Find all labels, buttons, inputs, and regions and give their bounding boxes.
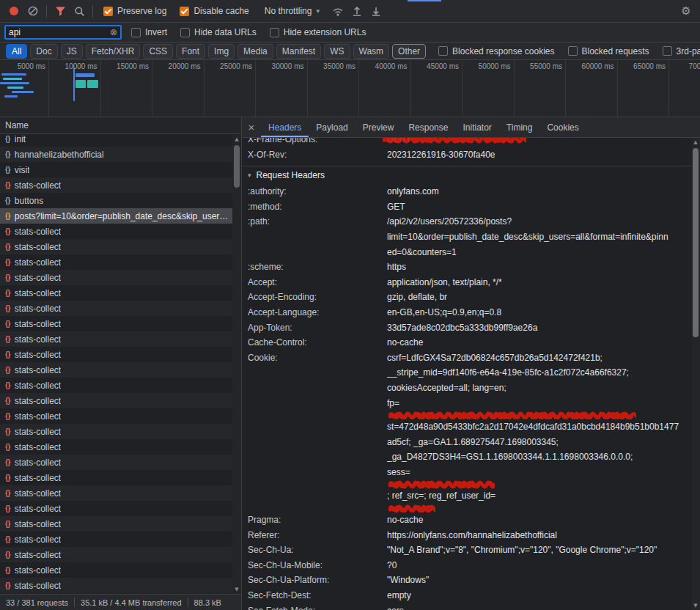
- request-row[interactable]: {}stats-collect: [0, 331, 241, 347]
- tab-payload[interactable]: Payload: [309, 117, 355, 137]
- request-row[interactable]: {}stats-collect: [0, 516, 241, 532]
- filter-chip-css[interactable]: CSS: [143, 44, 173, 59]
- settings-gear-icon[interactable]: ⚙: [677, 2, 696, 20]
- filter-bar: ⊗ Invert Hide data URLs Hide extension U…: [0, 23, 700, 43]
- filter-input[interactable]: [9, 27, 110, 37]
- request-row[interactable]: {}stats-collect: [0, 578, 241, 593]
- script-icon: {}: [5, 458, 10, 466]
- filter-chip-js[interactable]: JS: [61, 44, 83, 59]
- request-headers-section[interactable]: ▾ Request Headers: [242, 166, 691, 184]
- clear-filter-icon[interactable]: ⊗: [110, 27, 117, 37]
- request-row[interactable]: {}stats-collect: [0, 501, 241, 516]
- request-row[interactable]: {}stats-collect: [0, 347, 241, 362]
- header-row: Sec-Fetch-Mode:cors: [242, 603, 691, 610]
- tab-headers[interactable]: Headers: [261, 117, 309, 137]
- request-row[interactable]: {}stats-collect: [0, 408, 241, 424]
- filter-chip-other[interactable]: Other: [392, 44, 426, 59]
- redaction-scribble: [383, 138, 526, 144]
- overview-strip[interactable]: 5000 ms10000 ms15000 ms20000 ms25000 ms3…: [0, 60, 700, 117]
- request-row[interactable]: {}stats-collect: [0, 424, 241, 439]
- filter-checkbox-blocked-requests[interactable]: Blocked requests: [568, 46, 649, 56]
- filter-chip-manifest[interactable]: Manifest: [276, 44, 321, 59]
- scrollbar-thumb[interactable]: [693, 148, 699, 337]
- scrollbar-up-arrow[interactable]: ▲: [691, 138, 700, 147]
- filter-chip-doc[interactable]: Doc: [30, 44, 57, 59]
- request-row[interactable]: {}stats-collect: [0, 177, 241, 193]
- filter-checkbox-blocked-response-cookies[interactable]: Blocked response cookies: [438, 46, 554, 56]
- scrollbar-down-arrow[interactable]: ▼: [691, 601, 700, 610]
- filter-checkbox-3rd-party-requests[interactable]: 3rd-party requests: [663, 46, 700, 56]
- script-icon: {}: [5, 427, 10, 436]
- filter-chip-wasm[interactable]: Wasm: [353, 44, 390, 59]
- filter-chip-media[interactable]: Media: [237, 44, 273, 59]
- request-row[interactable]: {}stats-collect: [0, 547, 241, 562]
- preserve-log-checkbox[interactable]: Preserve log: [103, 6, 166, 16]
- request-row[interactable]: {}stats-collect: [0, 393, 241, 408]
- header-value-text: cors: [387, 606, 404, 610]
- import-har-button[interactable]: [347, 2, 366, 20]
- throttling-dropdown[interactable]: No throttling ▾: [265, 6, 320, 16]
- name-column-header[interactable]: Name: [0, 117, 241, 134]
- request-row[interactable]: {}init: [0, 134, 241, 147]
- request-row[interactable]: {}stats-collect: [0, 439, 241, 455]
- request-row[interactable]: {}stats-collect: [0, 485, 241, 501]
- tab-timing[interactable]: Timing: [499, 117, 540, 137]
- preserve-log-label: Preserve log: [117, 6, 166, 16]
- timeline-gridline: [152, 60, 152, 117]
- close-details-icon[interactable]: ×: [242, 117, 261, 137]
- search-button[interactable]: [70, 2, 89, 20]
- filter-chip-font[interactable]: Font: [176, 44, 205, 59]
- request-row[interactable]: {}stats-collect: [0, 362, 241, 378]
- request-row[interactable]: {}stats-collect: [0, 270, 241, 285]
- request-row[interactable]: {}posts?limit=10&order=publish_date_desc…: [0, 208, 241, 224]
- tab-cookies[interactable]: Cookies: [539, 117, 586, 137]
- request-row[interactable]: {}stats-collect: [0, 562, 241, 578]
- request-name: stats-collect: [15, 442, 61, 452]
- filter-chip-ws[interactable]: WS: [324, 44, 350, 59]
- requests-panel: Name {}init{}hannahelizabethofficial{}vi…: [0, 117, 242, 610]
- header-row: Sec-Ch-Ua-Platform:"Windows": [242, 573, 691, 588]
- filter-input-wrapper: ⊗: [4, 25, 122, 40]
- tab-initiator[interactable]: Initiator: [455, 117, 498, 137]
- request-row[interactable]: {}stats-collect: [0, 285, 241, 301]
- script-icon: {}: [5, 443, 10, 451]
- request-row[interactable]: {}stats-collect: [0, 532, 241, 547]
- hide-extension-urls-checkbox[interactable]: Hide extension URLs: [270, 27, 366, 37]
- redaction-scribble: [388, 411, 636, 419]
- scrollbar-down-arrow[interactable]: ▼: [232, 585, 241, 594]
- filter-chip-fetch-xhr[interactable]: Fetch/XHR: [86, 44, 141, 59]
- clear-button[interactable]: [23, 2, 43, 20]
- record-button[interactable]: [4, 2, 23, 20]
- header-name: Referer:: [248, 528, 387, 543]
- filter-toggle-button[interactable]: [51, 2, 70, 20]
- request-row[interactable]: {}stats-collect: [0, 254, 241, 270]
- header-value-line: ad5cf; _ga=GA1.1.689275447.1698003345;: [387, 435, 691, 450]
- network-conditions-button[interactable]: [328, 2, 347, 20]
- tab-response[interactable]: Response: [401, 117, 455, 137]
- request-name: stats-collect: [15, 273, 61, 283]
- script-icon: {}: [5, 489, 10, 497]
- request-row[interactable]: {}stats-collect: [0, 455, 241, 470]
- request-row[interactable]: {}stats-collect: [0, 224, 241, 239]
- request-row[interactable]: {}stats-collect: [0, 378, 241, 393]
- tab-preview[interactable]: Preview: [355, 117, 402, 137]
- request-name: stats-collect: [15, 396, 61, 406]
- request-row[interactable]: {}stats-collect: [0, 316, 241, 331]
- request-row[interactable]: {}stats-collect: [0, 470, 241, 485]
- invert-checkbox[interactable]: Invert: [131, 27, 167, 37]
- disable-cache-checkbox[interactable]: Disable cache: [180, 6, 248, 16]
- request-row[interactable]: {}stats-collect: [0, 239, 241, 254]
- details-scrollbar[interactable]: ▲ ▼: [691, 138, 700, 610]
- scrollbar-thumb[interactable]: [234, 145, 240, 188]
- export-har-button[interactable]: [366, 2, 386, 20]
- hide-data-urls-checkbox[interactable]: Hide data URLs: [180, 27, 257, 37]
- request-row[interactable]: {}stats-collect: [0, 301, 241, 316]
- filter-chip-img[interactable]: Img: [208, 44, 235, 59]
- script-icon: {}: [5, 243, 10, 251]
- requests-scrollbar[interactable]: ▲ ▼: [232, 135, 241, 594]
- filter-chip-all[interactable]: All: [6, 44, 27, 59]
- scrollbar-up-arrow[interactable]: ▲: [232, 135, 241, 144]
- request-row[interactable]: {}buttons: [0, 193, 241, 208]
- request-row[interactable]: {}visit: [0, 162, 241, 177]
- request-row[interactable]: {}hannahelizabethofficial: [0, 147, 241, 162]
